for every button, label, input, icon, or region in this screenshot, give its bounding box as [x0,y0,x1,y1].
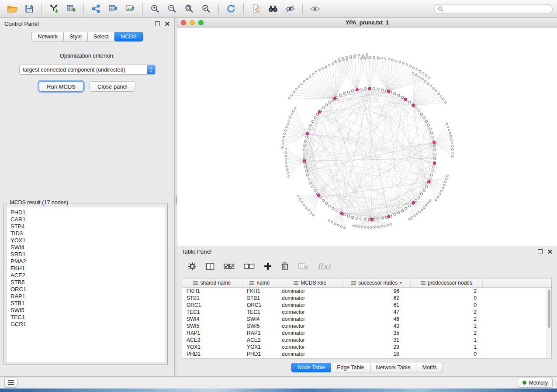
table-cell: 18 [343,351,411,358]
zoom-selected-icon [201,4,211,14]
mcds-result-item[interactable]: CAR1 [7,216,165,223]
table-row[interactable]: FKH1FKH1dominator962 [182,288,547,295]
zoom-in-button[interactable] [147,2,163,16]
trash-icon[interactable] [281,262,289,271]
tab-node-table[interactable]: Node Table [291,363,331,372]
mcds-result-item[interactable]: SWI4 [7,244,165,251]
export-image-button[interactable] [122,2,138,16]
optimization-criterion-select[interactable]: largest connected component (undirected)… [19,65,156,75]
splitter-grip[interactable] [176,195,177,205]
column-header-shared-name[interactable]: shared name [182,279,242,287]
tab-style[interactable]: Style [63,32,88,41]
close-panel-button[interactable]: Close panel [90,81,135,92]
close-panel-icon[interactable]: ✕ [164,21,170,27]
columns-icon[interactable] [206,262,214,270]
add-row-icon[interactable] [264,262,272,270]
clone-network-button[interactable] [248,2,264,16]
table-cell: 1 [411,323,483,330]
tab-mcds[interactable]: MCDS [114,32,143,41]
select-all-icon[interactable] [224,262,235,270]
mcds-result-item[interactable]: STP4 [7,223,165,230]
binoculars-icon [268,4,278,13]
unselect-all-icon[interactable] [244,262,255,270]
export-image-icon [125,4,135,13]
zoom-out-button[interactable] [164,2,180,16]
memory-button[interactable]: Memory [518,378,553,388]
tab-edge-table[interactable]: Edge Table [331,363,370,372]
tab-network-table[interactable]: Network Table [370,363,417,372]
memory-status-icon [522,381,526,385]
mcds-result-item[interactable]: GCR1 [7,321,165,328]
float-panel-icon[interactable] [155,21,160,26]
table-row[interactable]: ACE2ACE2connector311 [182,337,547,344]
tab-motifs[interactable]: Motifs [416,363,443,372]
refresh-button[interactable] [223,2,239,16]
table-cell: FKH1 [182,288,242,295]
zoom-fit-button[interactable] [181,2,197,16]
mcds-result-item[interactable]: SWI5 [7,307,165,314]
fx-icon[interactable]: f(x) [318,262,330,271]
table-row[interactable]: TEC1TEC1connector472 [182,309,547,316]
table-row[interactable]: SWI4SWI4dominator462 [182,316,547,323]
mcds-result-item[interactable]: YOX1 [7,237,165,244]
search-field[interactable] [434,4,553,14]
mcds-result-item[interactable]: STB1 [7,300,165,307]
mcds-result-item[interactable]: TEC1 [7,314,165,321]
table-cell: SWI5 [242,323,277,330]
close-table-panel-icon[interactable]: ✕ [547,248,553,255]
run-mcds-button[interactable]: Run MCDS [39,81,83,92]
table-row[interactable]: ORC1ORC1dominator610 [182,302,547,309]
table-row[interactable]: STB1STB1dominator620 [182,295,547,302]
hide-selected-button[interactable] [282,2,298,16]
table-cell: FKH1 [242,288,277,295]
network-graph [177,28,557,246]
table-cell: connector [277,344,343,351]
table-scrollbar[interactable] [547,288,551,358]
search-input[interactable] [446,5,549,12]
table-row[interactable]: PHD1PHD1dominator180 [182,351,547,358]
export-table-icon [108,4,118,13]
find-button[interactable] [265,2,281,16]
table-cell: dominator [277,288,343,295]
table-row[interactable]: YOX1YOX1connector291 [182,344,547,351]
table-cell: connector [277,337,343,344]
table-scrollbar-thumb[interactable] [548,289,550,328]
table-cell: 1 [411,337,483,344]
mcds-result-item[interactable]: STB5 [7,279,165,286]
column-header-name[interactable]: name [242,279,277,287]
tab-select[interactable]: Select [87,32,115,41]
table-row[interactable]: RAP1RAP1dominator352 [182,330,547,337]
mcds-result-item[interactable]: SRD1 [7,251,165,258]
delete-column-icon[interactable] [298,262,308,270]
tab-network[interactable]: Network [31,32,64,41]
gear-icon[interactable] [188,262,197,271]
column-header-predecessor-nodes[interactable]: predecessor nodes [411,279,483,287]
mcds-result-item[interactable]: PMA2 [7,258,165,265]
mcds-result-item[interactable]: PHD1 [7,209,165,216]
table-cell [483,309,547,316]
open-file-button[interactable] [4,2,20,16]
mcds-result-item[interactable]: ORC1 [7,286,165,293]
mcds-result-list[interactable]: PHD1CAR1STP4TID3YOX1SWI4SRD1PMA2FKH1ACE2… [6,207,165,362]
network-window: YPA_prune.txt_1 [177,18,557,246]
table-cell [483,323,547,330]
mcds-result-item[interactable]: ACE2 [7,272,165,279]
network-title-bar[interactable]: YPA_prune.txt_1 [177,18,557,28]
mcds-result-item[interactable]: TID3 [7,230,165,237]
zoom-selected-button[interactable] [198,2,214,16]
column-header-successor-nodes[interactable]: successor nodes ▾ [343,279,411,287]
table-toolbar: f(x) [177,257,557,275]
column-header-mcds-role[interactable]: MCDS role [277,279,343,287]
import-network-button[interactable] [46,2,62,16]
mcds-result-item[interactable]: RAP1 [7,293,165,300]
save-session-button[interactable] [21,2,37,16]
export-network-button[interactable] [88,2,104,16]
import-table-button[interactable] [63,2,79,16]
status-menu-button[interactable] [4,378,17,388]
table-row[interactable]: SWI5SWI5connector431 [182,323,547,330]
show-all-button[interactable] [307,2,323,16]
mcds-result-item[interactable]: FKH1 [7,265,165,272]
export-table-button[interactable] [105,2,121,16]
float-table-panel-icon[interactable] [538,249,543,254]
network-canvas[interactable] [177,28,557,246]
